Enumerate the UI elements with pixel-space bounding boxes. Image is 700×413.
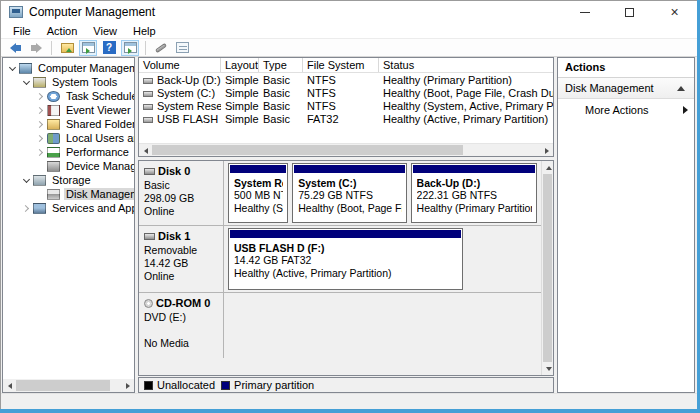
disk-type: DVD (E:)	[144, 311, 221, 324]
tree-item-system-tools[interactable]: System Tools	[3, 75, 134, 89]
tree-item-storage[interactable]: Storage	[3, 173, 134, 187]
scrollbar-thumb[interactable]	[16, 380, 110, 391]
volume-row-system-reserved[interactable]: System Reserved Simple Basic NTFS Health…	[139, 99, 553, 112]
volume-file-system: NTFS	[303, 74, 379, 86]
partition-system-c[interactable]: System (C:) 75.29 GB NTFS Healthy (Boot,…	[292, 163, 406, 223]
tree-item-performance[interactable]: Performance	[3, 145, 134, 159]
scrollbar-thumb[interactable]	[543, 174, 552, 362]
column-header-volume[interactable]: Volume	[139, 58, 221, 72]
tree-item-device-manager[interactable]: Device Manager	[3, 159, 134, 173]
partition-usb-flash-f[interactable]: USB FLASH D (F:) 14.42 GB FAT32 Healthy …	[228, 228, 463, 290]
scrollbar-thumb[interactable]	[152, 145, 463, 155]
volume-icon	[143, 104, 153, 110]
tree-item-computer-management[interactable]: Computer Management (Local)	[3, 61, 134, 75]
disk-management-panel: Volume Layout Type File System Status Ba…	[138, 57, 554, 393]
up-one-level-button[interactable]	[58, 40, 76, 56]
actions-header: Actions	[558, 58, 694, 78]
scroll-up-icon[interactable]	[542, 161, 554, 174]
volume-icon	[143, 91, 153, 97]
chevron-expanded-icon[interactable]	[20, 174, 32, 186]
back-button[interactable]	[6, 40, 24, 56]
scroll-right-icon[interactable]	[121, 379, 134, 392]
help-button[interactable]: ?	[100, 40, 118, 56]
volume-list-horizontal-scrollbar[interactable]	[139, 143, 553, 156]
volume-row-backup[interactable]: Back-Up (D:) Simple Basic NTFS Healthy (…	[139, 73, 553, 86]
chevron-collapsed-icon[interactable]	[34, 104, 46, 116]
volume-type: Basic	[259, 87, 303, 99]
graphical-view-vertical-scrollbar[interactable]	[541, 161, 553, 375]
more-actions-item[interactable]: More Actions	[558, 99, 694, 121]
volume-name: Back-Up (D:)	[157, 74, 221, 86]
title-bar: Computer Management ×	[1, 1, 697, 23]
disk-type: Removable	[144, 244, 221, 257]
chevron-collapsed-icon[interactable]	[34, 118, 46, 130]
chevron-collapsed-icon[interactable]	[20, 202, 32, 214]
tree-item-local-users-and-groups[interactable]: Local Users and Groups	[3, 131, 134, 145]
tree-item-services-and-applications[interactable]: Services and Applications	[3, 201, 134, 215]
caption-buttons: ×	[562, 1, 697, 23]
toolbar-separator	[145, 41, 146, 55]
disk-0-label[interactable]: Disk 0 Basic 298.09 GB Online	[139, 161, 224, 225]
chevron-expanded-icon[interactable]	[6, 62, 18, 74]
scroll-left-icon[interactable]	[3, 379, 16, 392]
cdrom-0-label[interactable]: CD-ROM 0 DVD (E:) No Media	[139, 293, 224, 358]
menu-action[interactable]: Action	[39, 25, 86, 37]
volume-row-system-c[interactable]: System (C:) Simple Basic NTFS Healthy (B…	[139, 86, 553, 99]
show-action-pane-button[interactable]	[121, 40, 139, 56]
forward-button[interactable]	[27, 40, 45, 56]
tree-horizontal-scrollbar[interactable]	[3, 379, 134, 392]
minimize-button[interactable]	[562, 1, 607, 23]
properties-button[interactable]	[173, 40, 191, 56]
maximize-button[interactable]	[607, 1, 652, 23]
partition-size: 75.29 GB NTFS	[298, 189, 401, 202]
menu-view[interactable]: View	[85, 25, 125, 37]
column-header-file-system[interactable]: File System	[303, 58, 379, 72]
column-header-type[interactable]: Type	[259, 58, 303, 72]
chevron-collapsed-icon[interactable]	[34, 132, 46, 144]
primary-partition-band	[413, 165, 535, 173]
close-button[interactable]: ×	[652, 1, 697, 23]
action-pane-icon	[124, 42, 137, 53]
cdrom-0-row: CD-ROM 0 DVD (E:) No Media	[139, 293, 541, 358]
computer-icon	[19, 63, 32, 74]
column-header-status[interactable]: Status	[379, 58, 553, 72]
volume-list-empty-space	[139, 125, 553, 143]
volume-status: Healthy (Primary Partition)	[379, 74, 553, 86]
actions-group-disk-management[interactable]: Disk Management	[558, 78, 694, 99]
scroll-right-icon[interactable]	[540, 144, 553, 157]
disk-1-label[interactable]: Disk 1 Removable 14.42 GB Online	[139, 226, 224, 292]
volume-status: Healthy (System, Active, Primary Partiti…	[379, 100, 553, 112]
storage-icon	[33, 175, 46, 186]
tree-item-task-scheduler[interactable]: Task Scheduler	[3, 89, 134, 103]
console-tree-icon	[82, 42, 95, 53]
disk-name: Disk 0	[158, 165, 190, 177]
tree-item-shared-folders[interactable]: Shared Folders	[3, 117, 134, 131]
menu-help[interactable]: Help	[125, 25, 164, 37]
volume-layout: Simple	[221, 100, 259, 112]
volume-icon	[143, 117, 153, 123]
chevron-expanded-icon[interactable]	[20, 76, 32, 88]
services-icon	[33, 203, 46, 214]
partition-system-reserved[interactable]: System Reserved 500 MB NTFS Healthy (Sys…	[228, 163, 288, 223]
disk-tools-button[interactable]	[152, 40, 170, 56]
partition-backup-d[interactable]: Back-Up (D:) 222.31 GB NTFS Healthy (Pri…	[411, 163, 537, 223]
partition-size: 222.31 GB NTFS	[417, 189, 532, 202]
scroll-left-icon[interactable]	[139, 144, 152, 157]
collapse-icon[interactable]	[677, 86, 685, 91]
submenu-arrow-icon	[683, 106, 688, 114]
chevron-collapsed-icon[interactable]	[34, 90, 46, 102]
volume-row-usb-flash[interactable]: USB FLASH D (F:) Simple Basic FAT32 Heal…	[139, 112, 553, 125]
volume-status: Healthy (Active, Primary Partition)	[379, 113, 553, 125]
volume-type: Basic	[259, 100, 303, 112]
volume-layout: Simple	[221, 74, 259, 86]
chevron-collapsed-icon[interactable]	[34, 146, 46, 158]
volume-status: Healthy (Boot, Page File, Crash Dump, Pr…	[379, 87, 553, 99]
legend-unallocated: Unallocated	[144, 379, 215, 391]
show-console-tree-button[interactable]	[79, 40, 97, 56]
tree-item-disk-management[interactable]: Disk Management	[3, 187, 134, 201]
menu-file[interactable]: File	[5, 25, 39, 37]
scroll-down-icon[interactable]	[542, 362, 554, 375]
column-header-layout[interactable]: Layout	[221, 58, 259, 72]
folder-up-icon	[61, 43, 74, 53]
tree-item-event-viewer[interactable]: Event Viewer	[3, 103, 134, 117]
